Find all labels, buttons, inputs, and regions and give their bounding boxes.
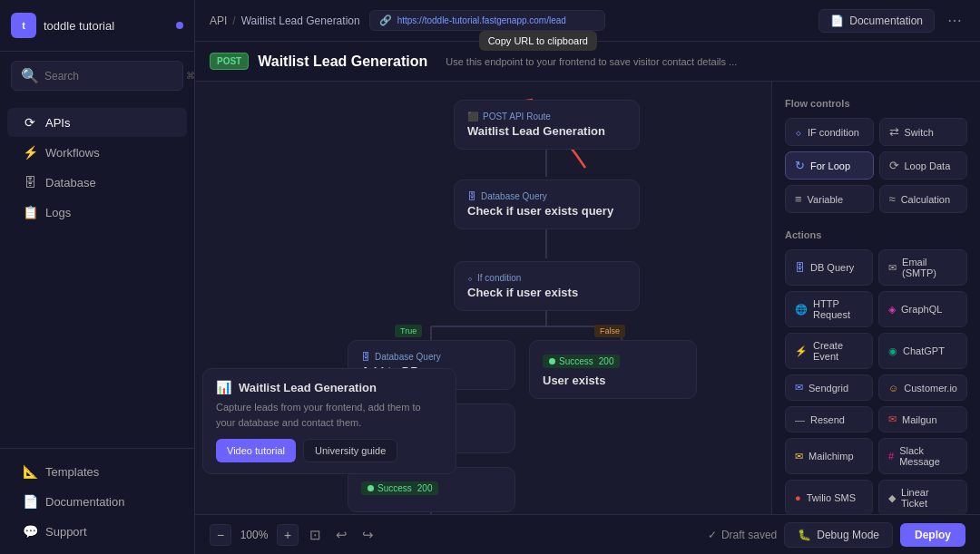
action-sendgrid[interactable]: ✉ Sendgrid bbox=[785, 374, 873, 401]
node-type-icon: 🗄 bbox=[467, 191, 476, 201]
sidebar-item-database[interactable]: 🗄 Database bbox=[7, 168, 187, 197]
email-smtp-icon: ✉ bbox=[888, 262, 897, 274]
search-input[interactable] bbox=[44, 70, 181, 83]
fit-icon: ⊡ bbox=[309, 527, 321, 542]
node-if-condition[interactable]: ⬦ If condition Check if user exists bbox=[454, 261, 640, 311]
draft-saved-status: ✓ Draft saved bbox=[708, 529, 777, 541]
control-for-loop[interactable]: ↻ For Loop bbox=[785, 151, 874, 180]
action-label: DB Query bbox=[810, 262, 854, 273]
search-icon: 🔍 bbox=[21, 67, 39, 84]
action-label: GraphQL bbox=[901, 304, 942, 315]
control-switch[interactable]: ⇄ Switch bbox=[879, 118, 968, 146]
action-label: Linear Ticket bbox=[901, 487, 957, 509]
page-title: Waitlist Lead Generation bbox=[258, 53, 427, 70]
variable-icon: ≡ bbox=[795, 192, 802, 206]
sidebar-item-logs[interactable]: 📋 Logs bbox=[7, 198, 187, 227]
node-db-query[interactable]: 🗄 Database Query Check if user exists qu… bbox=[454, 180, 640, 229]
action-label: Sendgrid bbox=[808, 383, 848, 394]
url-bar[interactable]: 🔗 https://toddle-tutorial.fastgenapp.com… bbox=[369, 10, 605, 31]
sendgrid-icon: ✉ bbox=[795, 382, 803, 394]
action-create-event[interactable]: ⚡ Create Event bbox=[785, 333, 873, 369]
false-tag: False bbox=[594, 325, 625, 337]
workflows-icon: ⚡ bbox=[22, 145, 38, 160]
action-mailchimp[interactable]: ✉ Mailchimp bbox=[785, 438, 873, 474]
sidebar-item-documentation[interactable]: 📄 Documentation bbox=[7, 487, 187, 516]
info-box: 📊 Waitlist Lead Generation Capture leads… bbox=[202, 368, 456, 474]
method-badge: POST bbox=[210, 53, 249, 70]
avatar: t bbox=[11, 13, 36, 38]
fit-screen-button[interactable]: ⊡ bbox=[306, 523, 325, 547]
control-calculation[interactable]: ≈ Calculation bbox=[879, 185, 968, 213]
mailchimp-icon: ✉ bbox=[795, 451, 803, 462]
switch-icon: ⇄ bbox=[889, 125, 899, 139]
chatgpt-icon: ◉ bbox=[888, 345, 897, 357]
sidebar-item-label: Templates bbox=[45, 465, 99, 479]
action-label: Resend bbox=[810, 414, 845, 425]
sidebar-item-label: Documentation bbox=[45, 495, 124, 509]
action-http-request[interactable]: 🌐 HTTP Request bbox=[785, 291, 873, 327]
actions-title: Actions bbox=[785, 229, 967, 240]
sidebar-title: toddle tutorial bbox=[44, 19, 114, 33]
control-label: For Loop bbox=[810, 160, 850, 171]
redo-button[interactable]: ↪ bbox=[358, 523, 377, 547]
action-label: Mailchimp bbox=[808, 451, 854, 462]
more-button[interactable]: ⋯ bbox=[944, 8, 965, 33]
copy-tooltip: Copy URL to clipboard bbox=[479, 31, 597, 51]
success-dot-2 bbox=[368, 485, 374, 491]
info-title: Waitlist Lead Generation bbox=[239, 381, 377, 394]
docs-label: Documentation bbox=[849, 15, 923, 27]
action-mailgun[interactable]: ✉ Mailgun bbox=[878, 406, 967, 433]
sidebar-item-apis[interactable]: ⟳ APIs bbox=[7, 108, 187, 137]
node-type-icon: 🗄 bbox=[361, 352, 370, 362]
sidebar-item-label: Workflows bbox=[45, 146, 100, 160]
sidebar-item-templates[interactable]: 📐 Templates bbox=[7, 457, 187, 486]
flow-canvas[interactable]: True False ⬛ POST API Route Waitlist Lea… bbox=[195, 82, 771, 514]
node-user-exists[interactable]: Success 200 User exists bbox=[529, 340, 697, 399]
university-guide-button[interactable]: University guide bbox=[303, 439, 397, 462]
debug-mode-button[interactable]: 🐛 Debug Mode bbox=[784, 522, 893, 548]
docs-button[interactable]: 📄 Documentation bbox=[818, 9, 935, 33]
zoom-minus-button[interactable]: − bbox=[210, 524, 231, 546]
loop-data-icon: ⟳ bbox=[889, 159, 899, 172]
action-slack[interactable]: # Slack Message bbox=[878, 438, 967, 474]
docs-icon: 📄 bbox=[830, 15, 844, 27]
control-loop-data[interactable]: ⟳ Loop Data bbox=[879, 151, 968, 180]
undo-button[interactable]: ↩ bbox=[332, 523, 351, 547]
control-label: Switch bbox=[905, 127, 934, 138]
bottom-right-controls: ✓ Draft saved 🐛 Debug Mode Deploy bbox=[708, 522, 965, 548]
info-box-header: 📊 Waitlist Lead Generation bbox=[216, 380, 443, 394]
sidebar-nav: ⟳ APIs ⚡ Workflows 🗄 Database 📋 Logs bbox=[0, 100, 194, 448]
action-email-smtp[interactable]: ✉ Email (SMTP) bbox=[878, 249, 967, 286]
sidebar-item-workflows[interactable]: ⚡ Workflows bbox=[7, 138, 187, 167]
control-label: IF condition bbox=[808, 127, 859, 138]
action-graphql[interactable]: ◈ GraphQL bbox=[878, 291, 967, 327]
action-twilio[interactable]: ● Twilio SMS bbox=[785, 480, 873, 514]
action-db-query[interactable]: 🗄 DB Query bbox=[785, 249, 873, 286]
action-chatgpt[interactable]: ◉ ChatGPT bbox=[878, 333, 967, 369]
breadcrumb-api: API bbox=[210, 15, 227, 27]
linear-icon: ◆ bbox=[888, 492, 896, 504]
sidebar-dot bbox=[176, 22, 183, 29]
control-if-condition[interactable]: ⬦ IF condition bbox=[785, 118, 874, 146]
control-variable[interactable]: ≡ Variable bbox=[785, 185, 874, 213]
customerio-icon: ☺ bbox=[888, 383, 898, 394]
action-customerio[interactable]: ☺ Customer.io bbox=[878, 374, 967, 401]
main-area: API / Waitlist Lead Generation 🔗 https:/… bbox=[195, 0, 980, 554]
breadcrumb: API / Waitlist Lead Generation bbox=[210, 15, 360, 27]
sidebar-item-label: Logs bbox=[45, 206, 71, 219]
actions-grid: 🗄 DB Query ✉ Email (SMTP) 🌐 HTTP Request… bbox=[785, 249, 967, 514]
sidebar-item-support[interactable]: 💬 Support bbox=[7, 517, 187, 546]
sidebar-item-label: APIs bbox=[45, 116, 70, 130]
flow-controls-title: Flow controls bbox=[785, 98, 967, 109]
info-desc: Capture leads from your frontend, add th… bbox=[216, 400, 443, 430]
zoom-plus-button[interactable]: + bbox=[277, 524, 299, 546]
breadcrumb-current: Waitlist Lead Generation bbox=[241, 15, 360, 27]
deploy-button[interactable]: Deploy bbox=[900, 523, 965, 547]
action-resend[interactable]: — Resend bbox=[785, 406, 873, 433]
node-api-route[interactable]: ⬛ POST API Route Waitlist Lead Generatio… bbox=[454, 100, 640, 150]
sidebar-search-container[interactable]: 🔍 ⌘+k bbox=[11, 61, 183, 91]
action-linear[interactable]: ◆ Linear Ticket bbox=[878, 480, 967, 514]
video-tutorial-button[interactable]: Video tutorial bbox=[216, 439, 296, 462]
controls-grid: ⬦ IF condition ⇄ Switch ↻ For Loop ⟳ Loo… bbox=[785, 118, 967, 213]
db-query-icon: 🗄 bbox=[795, 262, 805, 273]
